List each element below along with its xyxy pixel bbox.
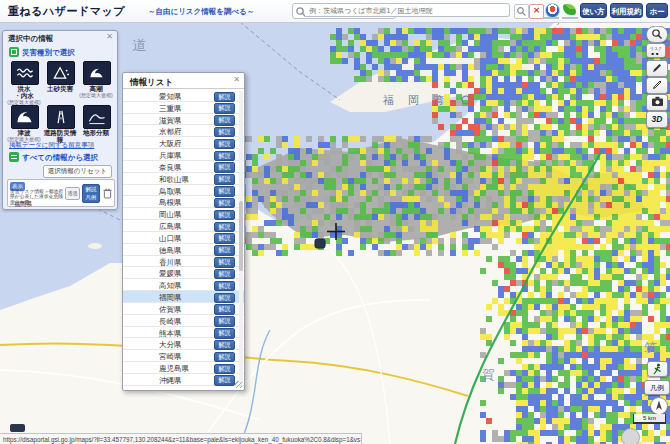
- kaisetsu-button[interactable]: 解説: [214, 245, 235, 256]
- prefecture-name: 熊本県: [159, 329, 182, 339]
- kaisetsu-button[interactable]: 解説: [214, 115, 235, 126]
- legend-line2: 凡例: [86, 194, 97, 200]
- reset-selection-button[interactable]: 選択情報のリセット: [43, 165, 112, 178]
- prefecture-row[interactable]: 滋賀県解説: [123, 114, 244, 126]
- kaisetsu-button[interactable]: 解説: [214, 92, 235, 103]
- print-tool-button[interactable]: [646, 94, 668, 111]
- prefecture-row[interactable]: 長崎県解説: [123, 315, 244, 327]
- hazardmap-portal-logo-icon[interactable]: [545, 3, 560, 18]
- select-from-all-link[interactable]: すべての情報から選択: [9, 152, 98, 163]
- draw-tool-button[interactable]: [646, 60, 668, 77]
- tsunami-tile[interactable]: [11, 105, 39, 129]
- search-submit-button[interactable]: [514, 4, 529, 19]
- kaisetsu-button[interactable]: 解説: [214, 293, 235, 304]
- prefecture-row[interactable]: 広島県解説: [123, 220, 244, 232]
- prefecture-row[interactable]: 徳島県解説: [123, 244, 244, 256]
- kaisetsu-button[interactable]: 解説: [214, 103, 235, 114]
- prefecture-row[interactable]: 山口県解説: [123, 232, 244, 244]
- resize-handle[interactable]: [235, 381, 242, 388]
- map-label-bay: 福岡湾: [383, 94, 458, 106]
- prefecture-row[interactable]: 福岡県解説: [123, 291, 244, 303]
- kaisetsu-button[interactable]: 解説: [214, 210, 235, 221]
- prefecture-row[interactable]: 大阪府解説: [123, 137, 244, 149]
- terrain-tile[interactable]: [83, 105, 111, 129]
- kaisetsu-button[interactable]: 解説: [214, 257, 235, 268]
- prefecture-row[interactable]: 島根県解説: [123, 196, 244, 208]
- howto-button[interactable]: 使い方: [580, 3, 607, 18]
- prefecture-row[interactable]: 岡山県解説: [123, 208, 244, 220]
- road-info-tile[interactable]: [47, 105, 75, 129]
- trash-icon[interactable]: [103, 187, 112, 199]
- flood-tile[interactable]: [11, 61, 39, 85]
- terms-button[interactable]: 利用規約: [610, 3, 643, 18]
- landslide-tile[interactable]: [47, 61, 75, 85]
- kaisetsu-button[interactable]: 解説: [214, 162, 235, 173]
- prefecture-name: 佐賀県: [159, 305, 182, 315]
- kaisetsu-button[interactable]: 解説: [214, 139, 235, 150]
- home-button[interactable]: ホーム: [646, 3, 668, 18]
- prefecture-row[interactable]: 大分県解説: [123, 338, 244, 350]
- tile-label: 地形分類: [78, 129, 114, 136]
- kaisetsu-button[interactable]: 解説: [214, 281, 235, 292]
- search-input[interactable]: [305, 3, 510, 17]
- 3d-view-button[interactable]: 3D: [646, 111, 668, 128]
- scale-bar: 5 km: [633, 414, 666, 424]
- opacity-button[interactable]: 透過: [65, 187, 80, 200]
- mascot-icon[interactable]: [621, 428, 640, 444]
- kaisetsu-button[interactable]: 解説: [214, 364, 235, 375]
- layer-legend-button[interactable]: 解説 凡例: [82, 184, 100, 203]
- kaisetsu-button[interactable]: 解説: [214, 186, 235, 197]
- kaisetsu-button[interactable]: 解説: [214, 304, 235, 315]
- close-icon[interactable]: ✕: [233, 76, 240, 84]
- prefecture-row[interactable]: 熊本県解説: [123, 327, 244, 339]
- shelter-tool-button[interactable]: [647, 361, 668, 377]
- kaisetsu-button[interactable]: 解説: [214, 174, 235, 185]
- prefecture-row[interactable]: 三重県解説: [123, 102, 244, 114]
- kaisetsu-button[interactable]: 解説: [214, 198, 235, 209]
- prefecture-row[interactable]: 鳥取県解説: [123, 185, 244, 197]
- header-bar: 重ねるハザードマップ ～自由にリスク情報を調べる～ ✕ 使い方 利用規約 ホーム: [0, 0, 670, 23]
- prefecture-row[interactable]: 愛知県解説: [123, 90, 244, 102]
- kaisetsu-button[interactable]: 解説: [214, 375, 235, 386]
- prefecture-row[interactable]: 京都府解説: [123, 125, 244, 137]
- flood-icon: [15, 64, 35, 81]
- prefecture-row[interactable]: 佐賀県解説: [123, 303, 244, 315]
- road-shield: [10, 424, 25, 432]
- storm-surge-icon: [87, 64, 107, 81]
- gsi-logo-icon[interactable]: [563, 4, 576, 15]
- scrollbar[interactable]: [239, 91, 243, 385]
- kaisetsu-button[interactable]: 解説: [214, 127, 235, 138]
- kaisetsu-button[interactable]: 解説: [214, 233, 235, 244]
- risk-filter-tool-button[interactable]: リスク ■■: [646, 43, 666, 58]
- list-icon: [9, 152, 19, 162]
- prefecture-row[interactable]: 高知県解説: [123, 279, 244, 291]
- kaisetsu-button[interactable]: 解説: [214, 222, 235, 233]
- prefecture-name: 岡山県: [159, 210, 182, 220]
- runner-icon: [652, 363, 663, 375]
- kaisetsu-button[interactable]: 解説: [214, 352, 235, 363]
- compass-button[interactable]: [650, 397, 668, 415]
- kaisetsu-button[interactable]: 解説: [214, 340, 235, 351]
- prefecture-row[interactable]: 奈良県解説: [123, 161, 244, 173]
- kaisetsu-button[interactable]: 解説: [214, 269, 235, 280]
- landslide-icon: [51, 64, 71, 81]
- kaisetsu-button[interactable]: 解説: [214, 328, 235, 339]
- prefecture-row[interactable]: 香川県解説: [123, 256, 244, 268]
- search-clear-button[interactable]: ✕: [529, 4, 544, 19]
- prefecture-row[interactable]: 和歌山県解説: [123, 173, 244, 185]
- kaisetsu-button[interactable]: 解説: [214, 316, 235, 327]
- prefecture-row[interactable]: 宮崎県解説: [123, 350, 244, 362]
- prefecture-row[interactable]: 沖縄県解説: [123, 374, 244, 386]
- kaisetsu-button[interactable]: 解説: [214, 151, 235, 162]
- pen-tool-button[interactable]: [646, 77, 668, 94]
- storm-surge-tile[interactable]: [83, 61, 111, 85]
- data-notes-link[interactable]: 掲載データに関する留意事項: [9, 141, 94, 150]
- prefecture-row[interactable]: 鹿児島県解説: [123, 362, 244, 374]
- select-by-disaster-link[interactable]: 災害種別で選択: [9, 47, 75, 58]
- legend-button[interactable]: 凡例: [644, 380, 670, 395]
- prefecture-row[interactable]: 兵庫県解説: [123, 149, 244, 161]
- prefecture-name: 広島県: [159, 222, 182, 232]
- pen-icon: [651, 79, 663, 91]
- prefecture-row[interactable]: 愛媛県解説: [123, 267, 244, 279]
- close-icon[interactable]: ✕: [106, 33, 113, 41]
